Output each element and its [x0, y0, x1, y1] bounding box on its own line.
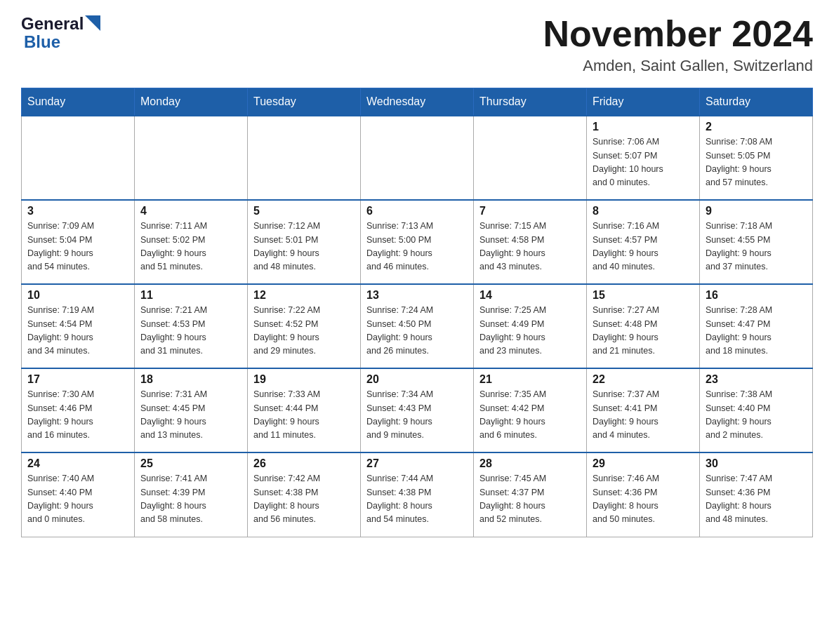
day-info: Sunrise: 7:12 AM Sunset: 5:01 PM Dayligh… — [253, 220, 355, 274]
calendar-cell — [135, 116, 248, 200]
day-info: Sunrise: 7:13 AM Sunset: 5:00 PM Dayligh… — [366, 220, 468, 274]
day-info: Sunrise: 7:21 AM Sunset: 4:53 PM Dayligh… — [140, 304, 241, 358]
calendar-cell: 24Sunrise: 7:40 AM Sunset: 4:40 PM Dayli… — [22, 452, 135, 537]
calendar-cell: 28Sunrise: 7:45 AM Sunset: 4:37 PM Dayli… — [474, 452, 587, 537]
calendar-cell: 3Sunrise: 7:09 AM Sunset: 5:04 PM Daylig… — [22, 200, 135, 284]
logo: General Blue — [21, 14, 100, 52]
month-title: November 2024 — [543, 14, 813, 54]
day-number: 20 — [366, 373, 468, 386]
day-info: Sunrise: 7:08 AM Sunset: 5:05 PM Dayligh… — [706, 135, 807, 190]
day-number: 17 — [27, 373, 128, 386]
day-info: Sunrise: 7:35 AM Sunset: 4:42 PM Dayligh… — [479, 388, 581, 443]
day-info: Sunrise: 7:46 AM Sunset: 4:36 PM Dayligh… — [593, 472, 694, 527]
day-info: Sunrise: 7:11 AM Sunset: 5:02 PM Dayligh… — [140, 220, 241, 274]
day-number: 27 — [366, 457, 468, 470]
calendar-cell: 4Sunrise: 7:11 AM Sunset: 5:02 PM Daylig… — [135, 200, 248, 284]
day-number: 22 — [593, 373, 694, 386]
calendar-cell: 30Sunrise: 7:47 AM Sunset: 4:36 PM Dayli… — [700, 452, 813, 537]
day-number: 4 — [140, 205, 241, 217]
day-info: Sunrise: 7:42 AM Sunset: 4:38 PM Dayligh… — [253, 472, 355, 527]
day-info: Sunrise: 7:30 AM Sunset: 4:46 PM Dayligh… — [27, 388, 128, 443]
day-number: 10 — [27, 289, 128, 302]
title-block: November 2024 Amden, Saint Gallen, Switz… — [543, 14, 813, 75]
weekday-header-friday: Friday — [587, 88, 700, 116]
calendar-cell — [361, 116, 474, 200]
day-number: 24 — [27, 457, 128, 470]
calendar-cell: 2Sunrise: 7:08 AM Sunset: 5:05 PM Daylig… — [700, 116, 813, 200]
week-row-2: 10Sunrise: 7:19 AM Sunset: 4:54 PM Dayli… — [22, 284, 813, 368]
day-number: 5 — [253, 205, 355, 217]
calendar-cell — [474, 116, 587, 200]
calendar-cell: 21Sunrise: 7:35 AM Sunset: 4:42 PM Dayli… — [474, 368, 587, 452]
weekday-header-thursday: Thursday — [474, 88, 587, 116]
day-info: Sunrise: 7:44 AM Sunset: 4:38 PM Dayligh… — [366, 472, 468, 527]
week-row-0: 1Sunrise: 7:06 AM Sunset: 5:07 PM Daylig… — [22, 116, 813, 200]
calendar-cell — [248, 116, 361, 200]
day-info: Sunrise: 7:24 AM Sunset: 4:50 PM Dayligh… — [366, 304, 468, 358]
day-number: 7 — [479, 205, 581, 217]
day-number: 30 — [706, 457, 807, 470]
day-number: 19 — [253, 373, 355, 386]
week-row-4: 24Sunrise: 7:40 AM Sunset: 4:40 PM Dayli… — [22, 452, 813, 537]
day-number: 25 — [140, 457, 241, 470]
logo-blue-text: Blue — [24, 32, 60, 52]
calendar-cell: 10Sunrise: 7:19 AM Sunset: 4:54 PM Dayli… — [22, 284, 135, 368]
weekday-header-saturday: Saturday — [700, 88, 813, 116]
logo-arrow-icon — [85, 15, 100, 31]
day-number: 12 — [253, 289, 355, 302]
day-info: Sunrise: 7:47 AM Sunset: 4:36 PM Dayligh… — [706, 472, 807, 527]
calendar-cell: 7Sunrise: 7:15 AM Sunset: 4:58 PM Daylig… — [474, 200, 587, 284]
day-info: Sunrise: 7:31 AM Sunset: 4:45 PM Dayligh… — [140, 388, 241, 443]
day-info: Sunrise: 7:19 AM Sunset: 4:54 PM Dayligh… — [27, 304, 128, 358]
calendar-cell: 25Sunrise: 7:41 AM Sunset: 4:39 PM Dayli… — [135, 452, 248, 537]
day-info: Sunrise: 7:37 AM Sunset: 4:41 PM Dayligh… — [593, 388, 694, 443]
calendar-cell: 14Sunrise: 7:25 AM Sunset: 4:49 PM Dayli… — [474, 284, 587, 368]
calendar-cell: 15Sunrise: 7:27 AM Sunset: 4:48 PM Dayli… — [587, 284, 700, 368]
day-info: Sunrise: 7:16 AM Sunset: 4:57 PM Dayligh… — [593, 220, 694, 274]
day-info: Sunrise: 7:25 AM Sunset: 4:49 PM Dayligh… — [479, 304, 581, 358]
calendar-cell: 13Sunrise: 7:24 AM Sunset: 4:50 PM Dayli… — [361, 284, 474, 368]
day-info: Sunrise: 7:27 AM Sunset: 4:48 PM Dayligh… — [593, 304, 694, 358]
day-number: 13 — [366, 289, 468, 302]
day-number: 1 — [593, 121, 694, 133]
day-number: 16 — [706, 289, 807, 302]
day-info: Sunrise: 7:06 AM Sunset: 5:07 PM Dayligh… — [593, 135, 694, 190]
day-number: 26 — [253, 457, 355, 470]
logo-general-text: General — [21, 14, 84, 34]
day-number: 23 — [706, 373, 807, 386]
week-row-1: 3Sunrise: 7:09 AM Sunset: 5:04 PM Daylig… — [22, 200, 813, 284]
weekday-header-monday: Monday — [135, 88, 248, 116]
calendar-cell: 11Sunrise: 7:21 AM Sunset: 4:53 PM Dayli… — [135, 284, 248, 368]
day-number: 2 — [706, 121, 807, 133]
calendar-cell: 26Sunrise: 7:42 AM Sunset: 4:38 PM Dayli… — [248, 452, 361, 537]
calendar-cell: 6Sunrise: 7:13 AM Sunset: 5:00 PM Daylig… — [361, 200, 474, 284]
day-number: 28 — [479, 457, 581, 470]
weekday-header-sunday: Sunday — [22, 88, 135, 116]
day-info: Sunrise: 7:15 AM Sunset: 4:58 PM Dayligh… — [479, 220, 581, 274]
calendar-cell: 5Sunrise: 7:12 AM Sunset: 5:01 PM Daylig… — [248, 200, 361, 284]
calendar-cell: 17Sunrise: 7:30 AM Sunset: 4:46 PM Dayli… — [22, 368, 135, 452]
calendar-cell — [22, 116, 135, 200]
calendar-cell: 18Sunrise: 7:31 AM Sunset: 4:45 PM Dayli… — [135, 368, 248, 452]
svg-marker-0 — [85, 15, 100, 31]
day-number: 6 — [366, 205, 468, 217]
day-number: 9 — [706, 205, 807, 217]
day-number: 21 — [479, 373, 581, 386]
weekday-header-tuesday: Tuesday — [248, 88, 361, 116]
day-info: Sunrise: 7:40 AM Sunset: 4:40 PM Dayligh… — [27, 472, 128, 527]
week-row-3: 17Sunrise: 7:30 AM Sunset: 4:46 PM Dayli… — [22, 368, 813, 452]
calendar-cell: 9Sunrise: 7:18 AM Sunset: 4:55 PM Daylig… — [700, 200, 813, 284]
weekday-header-wednesday: Wednesday — [361, 88, 474, 116]
location-title: Amden, Saint Gallen, Switzerland — [543, 57, 813, 75]
day-info: Sunrise: 7:34 AM Sunset: 4:43 PM Dayligh… — [366, 388, 468, 443]
day-info: Sunrise: 7:09 AM Sunset: 5:04 PM Dayligh… — [27, 220, 128, 274]
calendar-cell: 12Sunrise: 7:22 AM Sunset: 4:52 PM Dayli… — [248, 284, 361, 368]
calendar-cell: 23Sunrise: 7:38 AM Sunset: 4:40 PM Dayli… — [700, 368, 813, 452]
day-number: 29 — [593, 457, 694, 470]
weekday-header-row: SundayMondayTuesdayWednesdayThursdayFrid… — [22, 88, 813, 116]
calendar-cell: 1Sunrise: 7:06 AM Sunset: 5:07 PM Daylig… — [587, 116, 700, 200]
day-number: 8 — [593, 205, 694, 217]
day-info: Sunrise: 7:38 AM Sunset: 4:40 PM Dayligh… — [706, 388, 807, 443]
calendar-cell: 8Sunrise: 7:16 AM Sunset: 4:57 PM Daylig… — [587, 200, 700, 284]
day-info: Sunrise: 7:18 AM Sunset: 4:55 PM Dayligh… — [706, 220, 807, 274]
